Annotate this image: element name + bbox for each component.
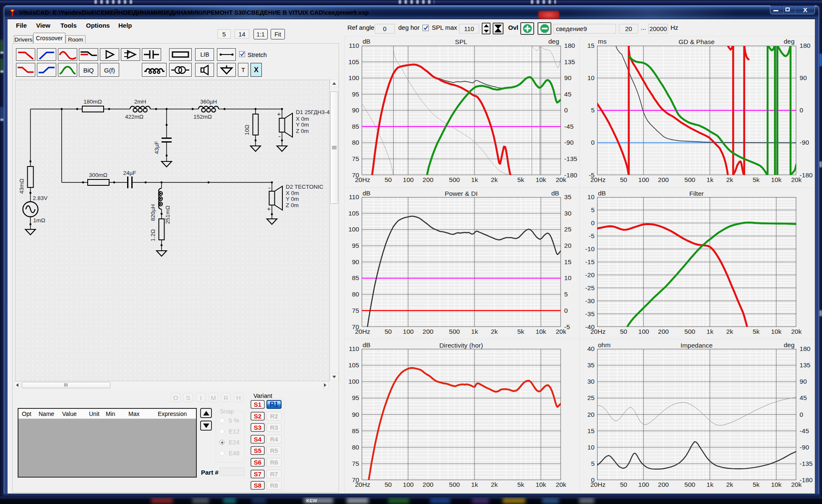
svg-text:100: 100 — [348, 378, 359, 385]
svg-text:500: 500 — [449, 328, 460, 335]
svg-text:2k: 2k — [491, 176, 498, 183]
svg-text:deg: deg — [784, 38, 795, 45]
svg-text:-5: -5 — [589, 232, 595, 239]
svg-text:85: 85 — [352, 123, 359, 130]
svg-text:20Hz: 20Hz — [355, 328, 370, 335]
svg-text:10k: 10k — [536, 481, 546, 488]
svg-text:10: 10 — [587, 444, 595, 451]
svg-text:105: 105 — [348, 210, 359, 217]
svg-text:35: 35 — [587, 361, 595, 369]
svg-text:20k: 20k — [556, 481, 566, 488]
svg-text:95: 95 — [352, 242, 359, 249]
svg-text:110: 110 — [349, 42, 359, 49]
svg-text:0: 0 — [591, 139, 595, 146]
svg-text:-135: -135 — [564, 155, 577, 162]
svg-text:80: 80 — [352, 291, 360, 298]
svg-text:Filter: Filter — [689, 190, 704, 197]
svg-text:20Hz: 20Hz — [590, 176, 605, 183]
svg-text:80: 80 — [352, 444, 360, 451]
svg-text:2k: 2k — [491, 328, 498, 335]
svg-text:200: 200 — [658, 328, 669, 335]
svg-text:20Hz: 20Hz — [590, 481, 605, 488]
svg-text:90: 90 — [800, 378, 807, 385]
svg-text:180: 180 — [800, 42, 811, 49]
svg-text:5: 5 — [564, 291, 568, 298]
svg-text:2k: 2k — [726, 176, 733, 183]
svg-text:110: 110 — [349, 193, 359, 200]
svg-text:dB: dB — [363, 38, 371, 45]
svg-text:5: 5 — [591, 206, 595, 213]
svg-text:15: 15 — [587, 42, 595, 49]
svg-text:5k: 5k — [517, 481, 525, 488]
svg-text:15: 15 — [564, 258, 571, 265]
svg-text:Power & DI: Power & DI — [445, 190, 478, 197]
svg-text:GD & Phase: GD & Phase — [678, 38, 715, 45]
svg-text:105: 105 — [348, 361, 359, 369]
svg-text:45: 45 — [564, 91, 571, 98]
svg-text:95: 95 — [352, 91, 359, 98]
svg-text:10k: 10k — [771, 176, 782, 183]
svg-text:85: 85 — [352, 427, 359, 434]
svg-text:200: 200 — [423, 328, 433, 335]
svg-text:50: 50 — [384, 481, 392, 488]
svg-text:80: 80 — [352, 139, 360, 146]
svg-text:200: 200 — [423, 481, 433, 488]
svg-text:-45: -45 — [800, 427, 809, 434]
svg-text:10: 10 — [587, 74, 595, 81]
svg-text:105: 105 — [348, 58, 359, 65]
svg-text:deg: deg — [548, 38, 559, 45]
svg-text:dB: dB — [598, 190, 606, 197]
svg-text:50: 50 — [384, 176, 392, 183]
svg-text:1k: 1k — [471, 328, 478, 335]
svg-text:90: 90 — [800, 74, 807, 81]
svg-text:100: 100 — [403, 328, 414, 335]
svg-text:50: 50 — [384, 328, 392, 335]
svg-text:500: 500 — [449, 481, 460, 488]
svg-text:20: 20 — [564, 242, 572, 249]
svg-text:90: 90 — [564, 74, 572, 81]
svg-text:180: 180 — [564, 42, 575, 49]
svg-text:10k: 10k — [536, 328, 546, 335]
svg-text:0: 0 — [591, 219, 595, 226]
svg-text:20k: 20k — [791, 176, 802, 183]
svg-text:100: 100 — [638, 481, 649, 488]
svg-text:45: 45 — [800, 394, 807, 401]
svg-text:180: 180 — [800, 345, 811, 352]
svg-text:500: 500 — [449, 176, 460, 183]
svg-text:200: 200 — [658, 176, 669, 183]
svg-text:90: 90 — [352, 411, 360, 418]
svg-text:deg: deg — [784, 341, 795, 348]
svg-text:85: 85 — [352, 274, 359, 281]
svg-text:0: 0 — [800, 411, 804, 418]
svg-text:100: 100 — [638, 328, 649, 335]
svg-text:20: 20 — [587, 411, 595, 418]
svg-text:-90: -90 — [564, 139, 574, 146]
svg-text:-15: -15 — [585, 258, 595, 265]
svg-text:20Hz: 20Hz — [355, 176, 370, 183]
svg-text:0: 0 — [564, 107, 568, 114]
svg-text:30: 30 — [564, 210, 572, 217]
svg-text:10k: 10k — [536, 176, 546, 183]
svg-text:-90: -90 — [800, 139, 809, 146]
svg-text:100: 100 — [403, 481, 414, 488]
svg-text:500: 500 — [684, 328, 695, 335]
svg-text:1k: 1k — [707, 481, 714, 488]
svg-text:-135: -135 — [800, 460, 813, 467]
svg-text:dB: dB — [363, 341, 371, 348]
svg-text:1k: 1k — [471, 176, 478, 183]
svg-text:5k: 5k — [753, 328, 760, 335]
svg-text:10: 10 — [587, 193, 595, 200]
svg-text:10k: 10k — [771, 328, 782, 335]
svg-text:SPL: SPL — [455, 38, 467, 45]
svg-text:-10: -10 — [585, 245, 595, 252]
svg-text:30: 30 — [587, 378, 595, 385]
svg-text:50: 50 — [620, 328, 627, 335]
svg-text:1k: 1k — [471, 481, 478, 488]
svg-text:-35: -35 — [585, 310, 595, 317]
svg-text:200: 200 — [658, 481, 669, 488]
svg-text:35: 35 — [564, 193, 571, 200]
svg-text:dB: dB — [551, 190, 559, 197]
svg-text:ms: ms — [598, 38, 607, 45]
svg-text:500: 500 — [684, 481, 695, 488]
svg-text:0: 0 — [564, 307, 568, 314]
